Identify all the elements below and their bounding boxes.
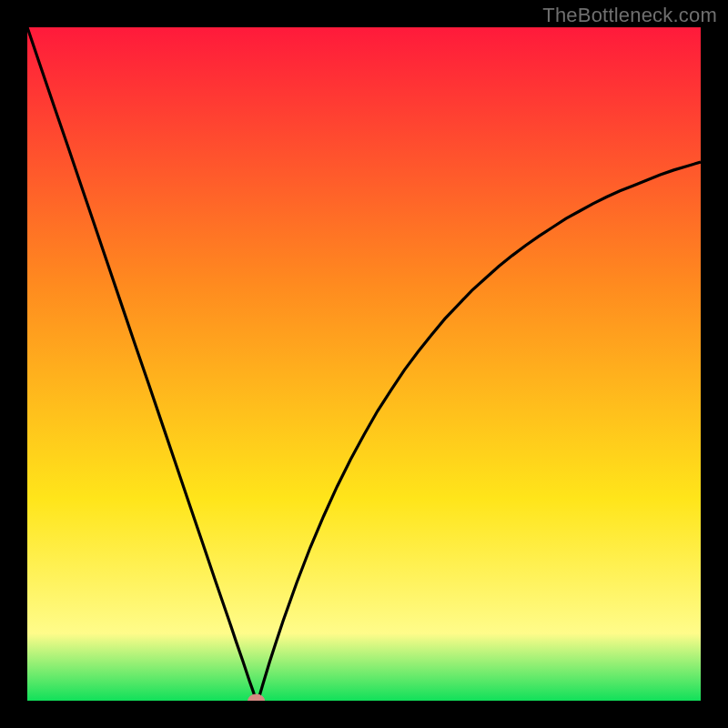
chart-svg bbox=[27, 27, 701, 701]
watermark-text: TheBottleneck.com bbox=[542, 4, 717, 27]
plot-area bbox=[27, 27, 701, 701]
chart-frame: TheBottleneck.com bbox=[0, 0, 728, 728]
background-gradient bbox=[27, 27, 701, 701]
